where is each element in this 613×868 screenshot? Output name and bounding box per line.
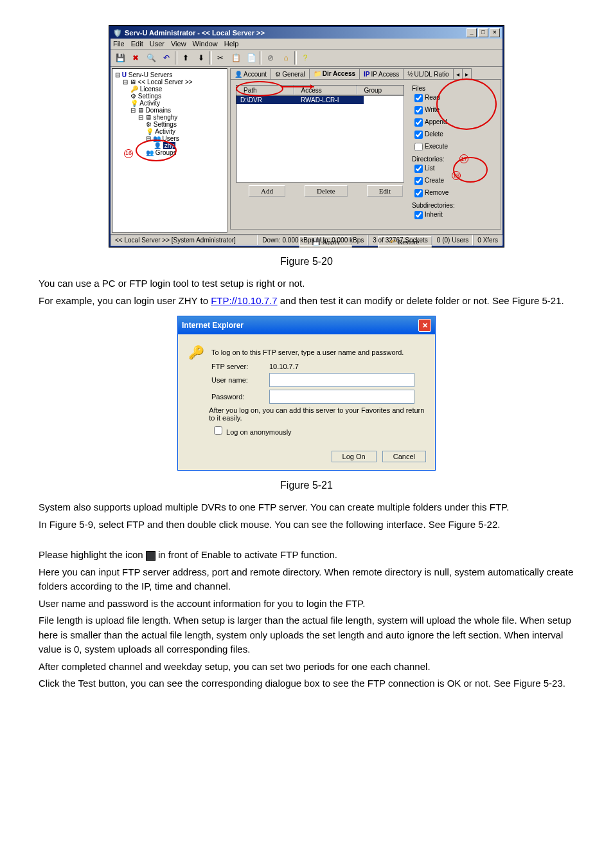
tree-domains[interactable]: ⊟ 🖥 Domains (115, 107, 224, 114)
down-icon[interactable]: ⬇ (194, 51, 208, 65)
tab-scroll-right[interactable]: ▸ (462, 68, 472, 79)
tree-root[interactable]: ⊟ U Serv-U Servers (115, 71, 224, 78)
tree-domain-shenghy[interactable]: ⊟ 🖥 shenghy (115, 114, 224, 121)
status-left: << Local Server >> [System Administrator… (111, 235, 258, 246)
cut-icon[interactable]: ✂ (213, 51, 227, 65)
chk-list[interactable]: List (412, 163, 455, 175)
copy-icon[interactable]: 📋 (229, 51, 243, 65)
up-icon[interactable]: ⬆ (179, 51, 193, 65)
window-title: Serv-U Administrator - << Local Server >… (125, 29, 265, 37)
tree-domain-settings[interactable]: ⚙ Settings (115, 121, 224, 128)
tree-user-zhy[interactable]: 👤 zhy (115, 142, 224, 149)
password-input[interactable] (269, 390, 414, 404)
tab-ip-access[interactable]: IP IP Access (359, 68, 404, 79)
body-text: After completed channel and weekday setu… (39, 660, 574, 674)
help-icon[interactable]: ? (298, 51, 312, 65)
menu-view[interactable]: View (171, 40, 186, 48)
permissions-panel: Files Read Write Append Delete Execute D… (412, 85, 455, 224)
table-row[interactable]: D:\DVR RWAD-LCR-I (236, 96, 404, 104)
chk-execute[interactable]: Execute (412, 141, 455, 153)
cell-access: RWAD-LCR-I (297, 96, 364, 104)
stop-icon[interactable]: ⊘ (263, 51, 278, 65)
col-group[interactable]: Group (357, 86, 404, 95)
tree-local-server[interactable]: ⊟ 🖥 << Local Server >> (115, 78, 224, 86)
tab-dir-access[interactable]: 📁 Dir Access (309, 68, 360, 79)
status-sockets: 3 of 32767 Sockets (368, 235, 432, 246)
favorites-hint: After you log on, you can add this serve… (209, 406, 426, 422)
body-text: Click the Test button, you can see the c… (39, 676, 574, 691)
separator (260, 51, 262, 65)
status-bar: << Local Server >> [System Administrator… (111, 234, 502, 246)
maximize-button[interactable]: □ (478, 28, 488, 37)
menu-window[interactable]: Window (193, 40, 218, 48)
dir-access-list[interactable]: Path Access Group D:\DVR RWAD-LCR-I (236, 85, 404, 183)
undo-icon[interactable]: ↶ (159, 51, 173, 65)
tab-general[interactable]: ⚙ General (271, 68, 310, 79)
window-title: Internet Explorer (182, 321, 244, 330)
login-message: To log on to this FTP server, type a use… (211, 348, 404, 356)
toolbar: 💾 ✖ 🔍 ↶ ⬆ ⬇ ✂ 📋 📄 ⊘ ⌂ ? (111, 50, 502, 67)
cancel-button[interactable]: Cancel (382, 451, 426, 462)
body-text: You can use a PC or FTP login tool to te… (39, 276, 574, 291)
close-button[interactable]: ✕ (418, 319, 431, 332)
tree-activity[interactable]: 💡 Activity (115, 100, 224, 107)
body-text: System also supports upload multiple DVR… (39, 500, 574, 515)
anonymous-checkbox[interactable]: Log on anonymously (211, 424, 292, 437)
ftp-server-value: 10.10.7.7 (269, 363, 299, 370)
status-bandwidth: Down: 0.000 kBps / Up: 0.000 kBps (258, 235, 368, 246)
tabs: 👤 Account ⚙ General 📁 Dir Access IP IP A… (230, 68, 501, 79)
tree-panel[interactable]: ⊟ U Serv-U Servers ⊟ 🖥 << Local Server >… (112, 68, 227, 233)
close-button[interactable]: × (490, 28, 500, 37)
menu-help[interactable]: Help (224, 40, 239, 48)
annotation-arrow (282, 86, 314, 87)
chk-read[interactable]: Read (412, 92, 455, 104)
tree-users[interactable]: ⊟ 👥 Users (115, 135, 224, 142)
tab-ratio[interactable]: ½ UL/DL Ratio (403, 68, 453, 79)
cell-path: D:\DVR (236, 96, 297, 104)
menu-edit[interactable]: Edit (131, 40, 143, 48)
titlebar: 🛡️ Serv-U Administrator - << Local Serve… (111, 27, 502, 39)
minimize-button[interactable]: _ (466, 28, 477, 37)
subdir-label: Subdirectories: (412, 202, 455, 209)
add-button[interactable]: Add (249, 185, 285, 197)
home-icon[interactable]: ⌂ (279, 51, 293, 65)
figure-5-21-caption: Figure 5-21 (39, 480, 574, 491)
chk-write[interactable]: Write (412, 104, 455, 116)
dirs-label: Directories: (412, 156, 455, 163)
annotation-callout-17: 17 (459, 154, 468, 163)
tab-scroll-left[interactable]: ◂ (453, 68, 463, 79)
username-label: User name: (211, 376, 263, 384)
find-icon[interactable]: 🔍 (144, 51, 158, 65)
files-label: Files (412, 85, 455, 92)
separator (294, 51, 297, 65)
chk-create[interactable]: Create (412, 175, 455, 187)
ie-login-dialog: Internet Explorer ✕ 🔑 To log on to this … (177, 316, 436, 471)
dir-access-panel: Path Access Group D:\DVR RWAD-LCR-I Add … (230, 79, 501, 230)
menu-user[interactable]: User (150, 40, 164, 48)
logon-button[interactable]: Log On (332, 451, 377, 462)
delete-button[interactable]: Delete (305, 185, 348, 197)
titlebar: Internet Explorer ✕ (178, 316, 435, 334)
menu-file[interactable]: File (113, 40, 125, 48)
annotation-callout-16: 16 (124, 149, 133, 158)
paste-icon[interactable]: 📄 (244, 51, 258, 65)
chk-append[interactable]: Append (412, 116, 455, 129)
tab-account[interactable]: 👤 Account (230, 68, 271, 79)
servu-window: 🛡️ Serv-U Administrator - << Local Serve… (109, 26, 504, 247)
tree-domain-activity[interactable]: 💡 Activity (115, 128, 224, 135)
username-input[interactable] (269, 373, 414, 387)
status-xfers: 0 Xfers (473, 235, 502, 246)
tree-license[interactable]: 🔑 License (115, 86, 224, 93)
body-text: In Figure 5-9, select FTP and then doubl… (39, 518, 574, 532)
edit-button[interactable]: Edit (367, 185, 403, 197)
chk-inherit[interactable]: Inherit (412, 209, 455, 221)
body-text: File length is upload file length. When … (39, 613, 574, 657)
password-label: Password: (211, 393, 263, 401)
tree-settings[interactable]: ⚙ Settings (115, 93, 224, 100)
chk-remove[interactable]: Remove (412, 187, 455, 199)
save-icon[interactable]: 💾 (113, 51, 127, 65)
chk-delete[interactable]: Delete (412, 129, 455, 141)
enable-icon (146, 551, 155, 561)
delete-icon[interactable]: ✖ (129, 51, 143, 65)
ftp-link[interactable]: FTP://10.10.7.7 (211, 295, 277, 306)
